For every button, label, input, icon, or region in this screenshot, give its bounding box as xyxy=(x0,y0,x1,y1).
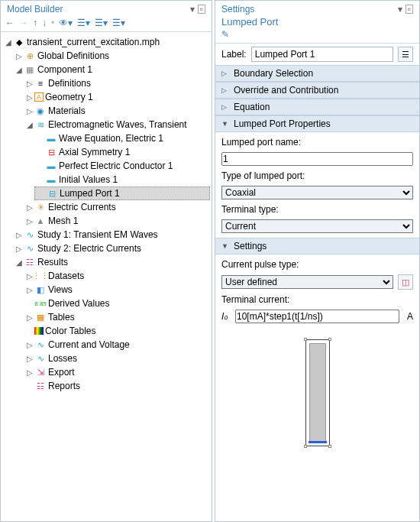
section-boundary[interactable]: ▷Boundary Selection xyxy=(215,65,419,82)
settings-subtitle: Lumped Port xyxy=(215,16,419,29)
tree-axial[interactable]: ⊟Axial Symmetry 1 xyxy=(34,145,210,159)
tree-mesh[interactable]: ▷▲Mesh 1 xyxy=(24,214,210,228)
tree-lumped-port[interactable]: ⊟Lumped Port 1 xyxy=(34,186,210,200)
nav-back-icon[interactable]: ← xyxy=(5,18,15,28)
tree-study2[interactable]: ▷∿Study 2: Electric Currents xyxy=(13,242,210,255)
views-icon: ◧ xyxy=(34,284,47,296)
port-name-input[interactable] xyxy=(221,152,413,166)
file-icon: ◆ xyxy=(13,36,25,48)
plot-icon: ∿ xyxy=(34,339,47,351)
component-icon: ▦ xyxy=(24,63,36,76)
term-current-symbol: I₀ xyxy=(221,311,232,322)
expand1-icon[interactable]: ☰▾ xyxy=(77,18,90,28)
initial-icon: ▬ xyxy=(45,173,57,186)
edit-icon[interactable]: ✎ xyxy=(215,29,419,43)
settings-title-bar: Settings ▾ ▫ xyxy=(215,1,419,16)
settings-panel: Settings ▾ ▫ Lumped Port ✎ Label: ☰ ▷Bou… xyxy=(215,0,420,522)
panel-actions: ▾ ▫ xyxy=(398,4,413,15)
plot-icon: ∿ xyxy=(34,352,47,365)
colortables-icon xyxy=(34,327,44,335)
axial-icon: ⊟ xyxy=(45,146,57,158)
label-input[interactable] xyxy=(251,47,393,62)
pulse-type-label: Current pulse type: xyxy=(221,259,413,270)
label-label: Label: xyxy=(221,49,247,60)
tree-reports[interactable]: ☷Reports xyxy=(24,379,210,393)
tree-waveeq[interactable]: ▬Wave Equation, Electric 1 xyxy=(34,131,210,145)
reports-icon: ☷ xyxy=(34,380,47,392)
term-type-select[interactable]: Current xyxy=(221,219,413,233)
term-current-input[interactable] xyxy=(235,310,399,323)
nav-up-icon[interactable]: ↑ xyxy=(33,18,37,28)
show-icon[interactable]: 👁▾ xyxy=(59,18,73,28)
model-builder-panel: Model Builder ▾ ▫ ← → ↑ ↓ • 👁▾ ☰▾ ☰▾ ☰▾ … xyxy=(0,0,212,522)
tree-materials[interactable]: ▷◉Materials xyxy=(24,104,210,118)
mesh-icon: ▲ xyxy=(34,215,47,227)
pulse-type-select[interactable]: User defined xyxy=(221,275,393,289)
emwaves-icon: ≋ xyxy=(34,118,47,131)
tree-tables[interactable]: ▷▦Tables xyxy=(24,310,210,324)
port-type-select[interactable]: Coaxial xyxy=(221,186,413,199)
settings-body: Current pulse type: User defined ◫ Termi… xyxy=(215,255,419,462)
tables-icon: ▦ xyxy=(34,311,47,323)
pec-icon: ▬ xyxy=(45,160,57,172)
expand3-icon[interactable]: ☰▾ xyxy=(112,18,125,28)
ec-icon: ✳ xyxy=(34,201,47,213)
derived-icon: 8.85 xyxy=(34,297,47,310)
datasets-icon: ⋮⋮ xyxy=(34,270,47,282)
tree-colortables[interactable]: Color Tables xyxy=(24,324,210,338)
geometry-preview xyxy=(221,328,413,458)
term-current-unit: A xyxy=(402,311,413,322)
tree-root[interactable]: ◢◆transient_current_excitation.mph xyxy=(2,35,210,49)
term-type-label: Terminal type: xyxy=(221,204,413,215)
tree-losses[interactable]: ▷∿Losses xyxy=(24,352,210,365)
globe-icon: ⊕ xyxy=(24,50,36,62)
tree-initial[interactable]: ▬Initial Values 1 xyxy=(34,173,210,186)
tree-electric-currents[interactable]: ▷✳Electric Currents xyxy=(24,200,210,214)
definitions-icon: ≡ xyxy=(34,77,47,89)
tree-component1[interactable]: ◢▦Component 1 xyxy=(13,63,210,76)
tree-global-definitions[interactable]: ▷⊕Global Definitions xyxy=(13,49,210,63)
materials-icon: ◉ xyxy=(34,105,47,117)
tree-views[interactable]: ▷◧Views xyxy=(24,283,210,297)
close-icon[interactable]: ▫ xyxy=(198,5,205,14)
section-props[interactable]: ▼Lumped Port Properties xyxy=(215,115,419,132)
port-type-label: Type of lumped port: xyxy=(221,170,413,181)
close-icon[interactable]: ▫ xyxy=(405,5,413,14)
results-icon: ☷ xyxy=(24,256,36,268)
tree-study1[interactable]: ▷∿Study 1: Transient EM Waves xyxy=(13,228,210,242)
port-name-label: Lumped port name: xyxy=(221,137,413,148)
study-icon: ∿ xyxy=(24,229,36,241)
geometry-icon: A xyxy=(34,92,44,102)
panel-actions: ▾ ▫ xyxy=(190,4,205,15)
section-equation[interactable]: ▷Equation xyxy=(215,99,419,115)
model-tree[interactable]: ◢◆transient_current_excitation.mph ▷⊕Glo… xyxy=(1,32,212,521)
study-icon: ∿ xyxy=(24,242,36,255)
tree-geometry[interactable]: ▷AGeometry 1 xyxy=(24,90,210,104)
props-body: Lumped port name: Type of lumped port: C… xyxy=(215,132,419,238)
section-override[interactable]: ▷Override and Contribution xyxy=(215,82,419,99)
tree-results[interactable]: ◢☷Results xyxy=(13,255,210,269)
tree-emwaves[interactable]: ◢≋Electromagnetic Waves, Transient xyxy=(24,118,210,131)
tree-derived[interactable]: 8.85Derived Values xyxy=(24,297,210,310)
nav-down-icon[interactable]: ↓ xyxy=(42,18,47,28)
minimize-icon[interactable]: ▾ xyxy=(190,4,195,15)
model-builder-title: Model Builder xyxy=(7,4,63,15)
minimize-icon[interactable]: ▾ xyxy=(398,4,402,15)
settings-title: Settings xyxy=(221,4,254,15)
tree-pec[interactable]: ▬Perfect Electric Conductor 1 xyxy=(34,159,210,173)
term-current-label: Terminal current: xyxy=(221,294,413,305)
label-link-button[interactable]: ☰ xyxy=(398,47,413,62)
tree-export[interactable]: ▷⇲Export xyxy=(24,365,210,379)
tree-currentvoltage[interactable]: ▷∿Current and Voltage xyxy=(24,338,210,352)
export-icon: ⇲ xyxy=(34,366,47,378)
pulse-plot-button[interactable]: ◫ xyxy=(398,274,413,290)
tree-datasets[interactable]: ▷⋮⋮Datasets xyxy=(24,269,210,283)
tree-definitions[interactable]: ▷≡Definitions xyxy=(24,76,210,90)
nav-fwd-icon[interactable]: → xyxy=(19,18,28,28)
section-settings[interactable]: ▼Settings xyxy=(215,238,419,255)
waveeq-icon: ▬ xyxy=(45,132,57,144)
lumped-icon: ⊟ xyxy=(46,187,58,199)
model-builder-title-bar: Model Builder ▾ ▫ xyxy=(1,1,212,16)
expand2-icon[interactable]: ☰▾ xyxy=(95,18,108,28)
model-builder-toolbar: ← → ↑ ↓ • 👁▾ ☰▾ ☰▾ ☰▾ xyxy=(1,16,212,31)
